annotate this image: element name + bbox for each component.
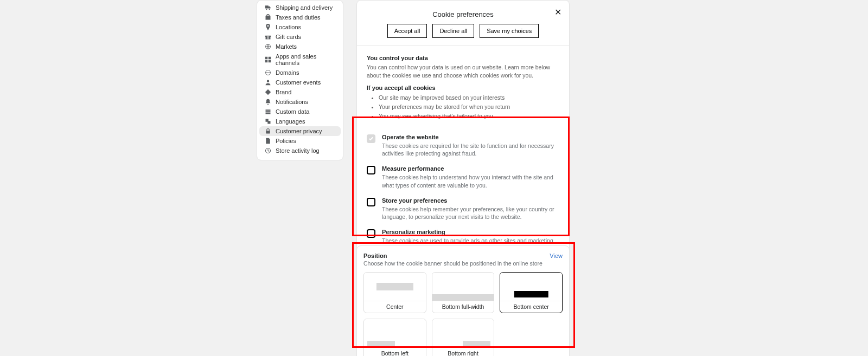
category-title: Personalize marketing: [382, 229, 559, 235]
svg-rect-4: [265, 57, 268, 60]
svg-rect-7: [269, 60, 271, 63]
bag-icon: [265, 14, 271, 21]
sidebar-item-label: Languages: [276, 118, 305, 125]
diamond-icon: [265, 89, 271, 95]
language-icon: [265, 118, 271, 125]
checkbox-marketing[interactable]: [367, 229, 375, 238]
sidebar-item-custom-data[interactable]: Custom data: [259, 107, 341, 116]
sidebar-item-languages[interactable]: Languages: [259, 116, 341, 126]
cookie-panel-body: You control your data You can control ho…: [357, 46, 569, 128]
sidebar-item-label: Taxes and duties: [276, 14, 321, 21]
cookie-panel-title: Cookie preferences: [366, 10, 560, 18]
sidebar-item-customer-privacy[interactable]: Customer privacy: [259, 126, 341, 136]
sidebar-item-customer-events[interactable]: Customer events: [259, 77, 341, 87]
svg-point-9: [267, 80, 270, 83]
sidebar-item-taxes[interactable]: Taxes and duties: [259, 12, 341, 22]
position-option-center[interactable]: Center: [363, 272, 426, 313]
person-icon: [265, 79, 271, 86]
bullet-item: Our site may be improved based on your i…: [379, 93, 559, 102]
cookie-categories: Operate the website These cookies are re…: [357, 128, 569, 265]
sidebar-item-label: Custom data: [276, 108, 309, 115]
category-preferences: Store your preferences These cookies hel…: [367, 194, 559, 225]
svg-rect-12: [266, 113, 271, 114]
position-options-grid: Center Bottom full-width Bottom center B…: [363, 272, 563, 356]
category-operate: Operate the website These cookies are re…: [367, 131, 559, 162]
decline-all-button[interactable]: Decline all: [432, 24, 474, 38]
bullet-item: You may see advertising that's tailored …: [379, 112, 559, 121]
svg-rect-11: [266, 111, 271, 112]
domain-icon: [265, 69, 271, 76]
category-title: Store your preferences: [382, 197, 559, 204]
view-link[interactable]: View: [550, 253, 563, 259]
bullet-item: Your preferences may be stored for when …: [379, 102, 559, 112]
sidebar-item-label: Apps and sales channels: [276, 53, 335, 66]
truck-icon: [265, 4, 271, 11]
checkbox-measure[interactable]: [367, 166, 375, 174]
settings-sidebar: Shipping and delivery Taxes and duties L…: [257, 0, 343, 160]
category-desc: These cookies are required for the site …: [382, 142, 559, 158]
svg-rect-13: [266, 131, 270, 133]
category-title: Measure performance: [382, 165, 559, 172]
position-option-label: Center: [364, 301, 426, 313]
bell-icon: [265, 99, 271, 105]
sidebar-item-shipping[interactable]: Shipping and delivery: [259, 3, 341, 12]
sidebar-item-label: Domains: [276, 69, 299, 76]
position-option-bottom-right[interactable]: Bottom right: [432, 319, 495, 356]
sidebar-item-label: Brand: [276, 89, 291, 95]
data-icon: [265, 108, 271, 115]
sidebar-item-label: Notifications: [276, 99, 308, 105]
sidebar-item-label: Locations: [276, 24, 301, 30]
position-option-bottom-left[interactable]: Bottom left: [363, 319, 426, 356]
heading-you-control: You control your data: [367, 55, 559, 61]
svg-rect-5: [269, 57, 271, 60]
position-option-label: Bottom left: [364, 347, 426, 356]
sidebar-item-brand[interactable]: Brand: [259, 87, 341, 97]
cookie-preferences-panel: ✕ Cookie preferences Accept all Decline …: [356, 0, 570, 265]
position-option-label: Bottom full-width: [432, 301, 494, 313]
close-icon[interactable]: ✕: [554, 8, 561, 17]
checkbox-operate: [367, 134, 375, 143]
document-icon: [265, 138, 271, 144]
save-choices-button[interactable]: Save my choices: [480, 24, 539, 38]
globe-icon: [265, 43, 271, 50]
sidebar-item-label: Policies: [276, 138, 296, 144]
grid-icon: [265, 56, 271, 63]
checkbox-preferences[interactable]: [367, 198, 375, 206]
sidebar-item-label: Customer events: [276, 79, 321, 86]
sidebar-item-label: Store activity log: [276, 147, 320, 154]
sidebar-item-markets[interactable]: Markets: [259, 42, 341, 51]
position-title: Position: [363, 253, 387, 259]
position-option-label: Bottom center: [500, 301, 562, 313]
accept-all-button[interactable]: Accept all: [387, 24, 427, 38]
cookie-button-row: Accept all Decline all Save my choices: [366, 24, 560, 38]
heading-if-accept: If you accept all cookies: [367, 85, 559, 91]
position-subtitle: Choose how the cookie banner should be p…: [363, 260, 563, 267]
cookie-panel-header: ✕ Cookie preferences Accept all Decline …: [357, 1, 569, 46]
category-desc: These cookies help to understand how you…: [382, 173, 559, 189]
text-you-control: You can control how your data is used on…: [367, 63, 559, 79]
sidebar-item-label: Gift cards: [276, 34, 301, 40]
category-desc: These cookies help remember your prefere…: [382, 205, 559, 221]
clock-icon: [265, 147, 271, 154]
lock-icon: [265, 128, 271, 134]
accept-bullets: Our site may be improved based on your i…: [367, 93, 559, 120]
svg-rect-10: [266, 109, 271, 111]
sidebar-item-activity-log[interactable]: Store activity log: [259, 146, 341, 156]
position-panel: Position View Choose how the cookie bann…: [356, 245, 570, 356]
pin-icon: [265, 24, 271, 30]
position-option-bottom-full[interactable]: Bottom full-width: [432, 272, 495, 313]
category-measure: Measure performance These cookies help t…: [367, 162, 559, 193]
sidebar-item-notifications[interactable]: Notifications: [259, 97, 341, 107]
svg-rect-6: [265, 60, 268, 63]
category-title: Operate the website: [382, 134, 559, 140]
position-option-bottom-center[interactable]: Bottom center: [500, 272, 563, 313]
gift-icon: [265, 34, 271, 40]
sidebar-item-locations[interactable]: Locations: [259, 22, 341, 32]
sidebar-item-label: Shipping and delivery: [276, 4, 333, 11]
sidebar-item-label: Markets: [276, 43, 297, 50]
svg-rect-2: [267, 36, 269, 40]
sidebar-item-giftcards[interactable]: Gift cards: [259, 32, 341, 42]
sidebar-item-domains[interactable]: Domains: [259, 68, 341, 77]
sidebar-item-policies[interactable]: Policies: [259, 136, 341, 146]
sidebar-item-apps[interactable]: Apps and sales channels: [259, 51, 341, 68]
